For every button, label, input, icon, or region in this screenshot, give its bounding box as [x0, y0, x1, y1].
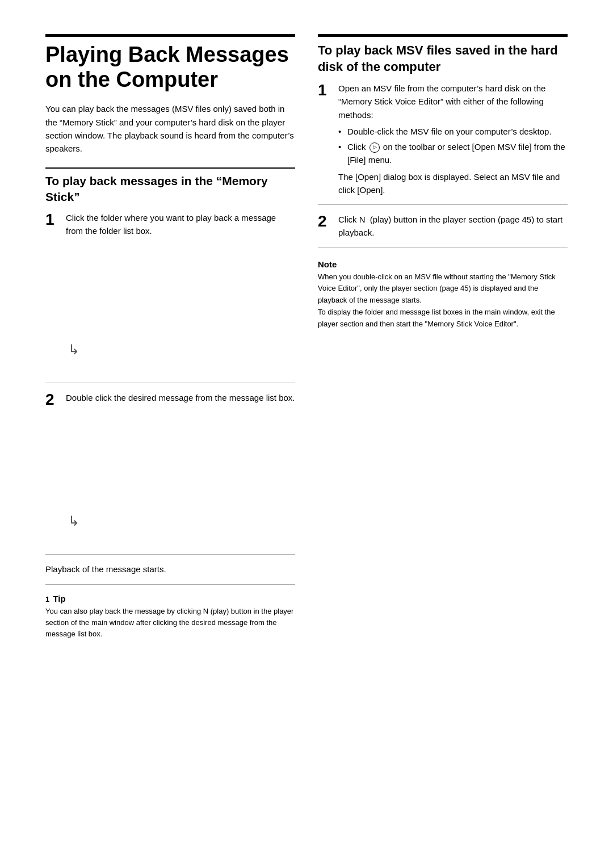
step1-container: 1 Click the folder where you want to pla… [45, 211, 295, 238]
open-dialog-text: The [Open] dialog box is displayed. Sele… [338, 170, 568, 197]
bullet-list: Double-click the MSV file on your comput… [338, 125, 568, 167]
note-section: Note When you double-click on an MSV fil… [318, 259, 568, 330]
tip-section: 1 Tip You can also play back the message… [45, 594, 295, 640]
divider2 [45, 554, 295, 555]
playback-result: Playback of the message starts. [45, 563, 295, 576]
step1-text: Click the folder where you want to play … [66, 211, 295, 238]
tip-label: 1 Tip [45, 594, 295, 603]
right-step1-text: Open an MSV file from the computer’s har… [338, 82, 568, 196]
step1-number: 1 [45, 211, 66, 229]
note-text: When you double-click on an MSV file wit… [318, 271, 568, 330]
divider3 [45, 584, 295, 585]
step2-container: 2 Double click the desired message from … [45, 391, 295, 409]
tip-text: You can also play back the message by cl… [45, 606, 295, 640]
screenshot2-placeholder: ↳ [45, 416, 295, 546]
note-label: Note [318, 259, 568, 269]
bullet-item-2: Click on the toolbar or select [Open MSV… [338, 140, 568, 167]
main-title: Playing Back Messages on the Computer [45, 34, 295, 92]
screenshot1-placeholder: ↳ [45, 244, 295, 375]
cursor2-icon: ↳ [68, 513, 79, 529]
right-divider1 [318, 204, 568, 205]
right-column: To play back MSV files saved in the hard… [318, 34, 568, 640]
step2-text: Double click the desired message from th… [66, 391, 295, 404]
right-divider2 [318, 248, 568, 248]
intro-text: You can play back the messages (MSV file… [45, 102, 295, 155]
right-step1-container: 1 Open an MSV file from the computer’s h… [318, 82, 568, 196]
section2-title: To play back MSV files saved in the hard… [318, 34, 568, 75]
step2-number: 2 [45, 391, 66, 409]
divider1 [45, 383, 295, 383]
section1-title: To play back messages in the “Memory Sti… [45, 167, 295, 204]
left-column: Playing Back Messages on the Computer Yo… [45, 34, 295, 640]
right-step2-text: Click N (play) button in the player sect… [338, 213, 568, 240]
page-wrapper: Playing Back Messages on the Computer Yo… [45, 34, 568, 868]
right-step1-number: 1 [318, 82, 338, 99]
right-step2-number: 2 [318, 213, 338, 230]
open-icon [370, 142, 380, 153]
tip-number: 1 [45, 595, 49, 603]
cursor-icon: ↳ [68, 342, 79, 358]
tip-word: Tip [53, 594, 65, 603]
right-step2-container: 2 Click N (play) button in the player se… [318, 213, 568, 240]
page-container: Playing Back Messages on the Computer Yo… [45, 34, 568, 640]
bullet-item-1: Double-click the MSV file on your comput… [338, 125, 568, 138]
right-step1-intro: Open an MSV file from the computer’s har… [338, 83, 545, 120]
